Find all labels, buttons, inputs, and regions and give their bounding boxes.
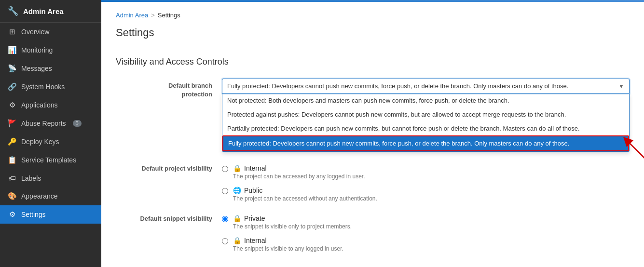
branch-protection-row: Default branchprotection Fully protected… [116, 79, 630, 152]
snippet-visibility-private-desc: The snippet is visible only to project m… [233, 223, 352, 230]
project-visibility-public-label: Public [244, 187, 262, 194]
dropdown-option-protected-against-pushes[interactable]: Protected against pushes: Developers can… [222, 107, 629, 121]
overview-icon: ⊞ [8, 27, 16, 36]
wrench-icon: 🔧 [8, 6, 18, 16]
sidebar-item-labels[interactable]: 🏷 Labels [0, 169, 101, 187]
sidebar-item-label: Appearance [21, 192, 58, 200]
sidebar: 🔧 Admin Area ⊞ Overview 📊 Monitoring 📡 M… [0, 0, 101, 267]
lock-icon: 🔒 [233, 164, 241, 172]
project-visibility-public[interactable]: 🌐 Public The project can be accessed wit… [222, 187, 630, 202]
page-title: Settings [116, 27, 630, 47]
breadcrumb-current: Settings [158, 12, 180, 19]
settings-form: Default branchprotection Fully protected… [116, 79, 630, 252]
appearance-icon: 🎨 [8, 192, 16, 200]
snippet-visibility-internal-desc: The snippet is visible to any logged in … [233, 245, 343, 252]
lock-icon-private: 🔒 [233, 214, 241, 222]
sidebar-item-deploy-keys[interactable]: 🔑 Deploy Keys [0, 133, 101, 151]
project-visibility-internal[interactable]: 🔒 Internal The project can be accessed b… [222, 164, 630, 180]
snippet-visibility-internal-label: Internal [244, 237, 267, 244]
applications-icon: ⚙ [8, 101, 16, 109]
sidebar-item-overview[interactable]: ⊞ Overview [0, 23, 101, 41]
project-visibility-internal-label: Internal [244, 164, 267, 172]
abuse-icon: 🚩 [8, 119, 16, 128]
sidebar-item-label: Applications [21, 101, 58, 109]
branch-protection-label: Default branchprotection [116, 79, 222, 99]
sidebar-item-label: Service Templates [21, 156, 76, 164]
monitoring-icon: 📊 [8, 46, 16, 54]
snippet-visibility-private-label: Private [244, 214, 265, 222]
abuse-badge: 0 [73, 120, 82, 127]
sidebar-item-messages[interactable]: 📡 Messages [0, 59, 101, 78]
breadcrumb: Admin Area > Settings [116, 12, 630, 19]
dropdown-option-not-protected[interactable]: Not protected: Both developers and maste… [222, 93, 629, 107]
sidebar-item-service-templates[interactable]: 📋 Service Templates [0, 151, 101, 169]
sidebar-item-settings[interactable]: ⚙ Settings [0, 205, 101, 224]
dropdown-selected-value: Fully protected: Developers cannot push … [227, 82, 615, 90]
snippet-visibility-control: 🔒 Private The snippet is visible only to… [222, 212, 630, 252]
dropdown-option-partially-protected[interactable]: Partially protected: Developers can push… [222, 121, 629, 135]
snippet-visibility-private[interactable]: 🔒 Private The snippet is visible only to… [222, 214, 630, 230]
project-visibility-public-desc: The project can be accessed without any … [233, 195, 377, 202]
sidebar-item-system-hooks[interactable]: 🔗 System Hooks [0, 78, 101, 96]
hooks-icon: 🔗 [8, 82, 16, 91]
snippet-visibility-internal-radio[interactable] [222, 238, 228, 244]
project-visibility-row: Default project visibility 🔒 Internal [116, 161, 630, 202]
project-visibility-control: 🔒 Internal The project can be accessed b… [222, 161, 630, 202]
sidebar-item-label: System Hooks [21, 83, 65, 91]
deploy-keys-icon: 🔑 [8, 137, 16, 146]
snippet-visibility-radio-group: 🔒 Private The snippet is visible only to… [222, 214, 630, 252]
sidebar-item-applications[interactable]: ⚙ Applications [0, 96, 101, 114]
messages-icon: 📡 [8, 64, 16, 73]
sidebar-item-label: Deploy Keys [21, 138, 59, 146]
sidebar-item-label: Settings [21, 211, 46, 218]
sidebar-item-label: Monitoring [21, 46, 53, 54]
branch-protection-dropdown[interactable]: Fully protected: Developers cannot push … [222, 79, 630, 152]
snippet-visibility-row: Default snippet visibility 🔒 Private [116, 212, 630, 252]
snippet-visibility-private-radio[interactable] [222, 216, 228, 222]
dropdown-chevron-icon: ▼ [618, 83, 624, 90]
main-content: Admin Area > Settings Settings Visibilit… [101, 0, 644, 267]
sidebar-title: Admin Area [23, 7, 64, 15]
snippet-visibility-label: Default snippet visibility [116, 212, 222, 223]
dropdown-option-fully-protected-wrapper: Fully protected: Developers cannot push … [222, 135, 629, 151]
labels-icon: 🏷 [8, 174, 16, 182]
breadcrumb-separator: > [151, 12, 155, 19]
svg-line-1 [627, 140, 644, 160]
sidebar-item-monitoring[interactable]: 📊 Monitoring [0, 41, 101, 59]
sidebar-item-label: Labels [21, 174, 41, 182]
section-title: Visibility and Access Controls [116, 57, 630, 67]
project-visibility-internal-radio[interactable] [222, 166, 228, 172]
globe-icon: 🌐 [233, 187, 241, 194]
project-visibility-radio-group: 🔒 Internal The project can be accessed b… [222, 164, 630, 202]
sidebar-item-abuse-reports[interactable]: 🚩 Abuse Reports 0 [0, 114, 101, 133]
breadcrumb-parent[interactable]: Admin Area [116, 12, 148, 19]
sidebar-item-label: Abuse Reports [21, 120, 66, 127]
dropdown-option-fully-protected[interactable]: Fully protected: Developers cannot push … [222, 135, 629, 151]
project-visibility-internal-desc: The project can be accessed by any logge… [233, 173, 365, 180]
sidebar-item-appearance[interactable]: 🎨 Appearance [0, 187, 101, 205]
project-visibility-public-radio[interactable] [222, 188, 228, 194]
sidebar-header: 🔧 Admin Area [0, 0, 101, 23]
lock-icon-internal: 🔒 [233, 237, 241, 244]
branch-protection-control: Fully protected: Developers cannot push … [222, 79, 630, 152]
project-visibility-label: Default project visibility [116, 161, 222, 173]
sidebar-item-label: Messages [21, 65, 52, 72]
sidebar-item-label: Overview [21, 28, 49, 36]
dropdown-options-list: Not protected: Both developers and maste… [222, 93, 630, 152]
service-templates-icon: 📋 [8, 156, 16, 164]
settings-icon: ⚙ [8, 210, 16, 219]
snippet-visibility-internal[interactable]: 🔒 Internal The snippet is visible to any… [222, 237, 630, 252]
